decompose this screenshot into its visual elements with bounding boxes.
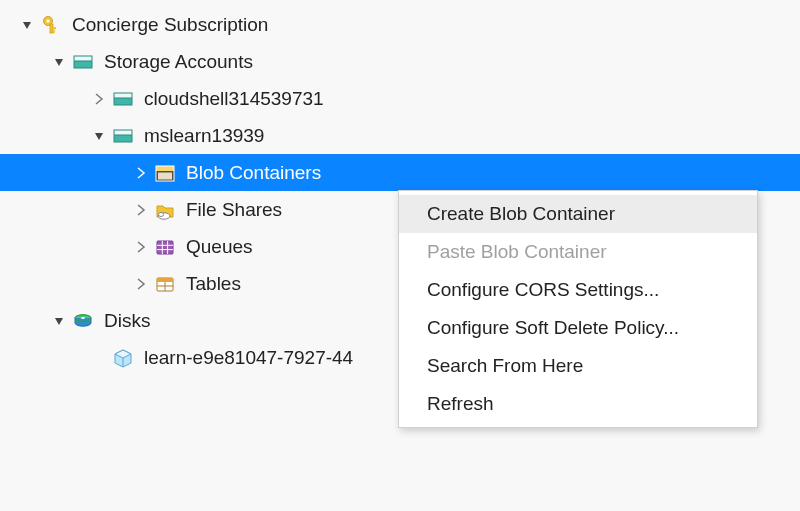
file-share-icon: [154, 199, 176, 221]
menu-paste-blob-container: Paste Blob Container: [399, 233, 757, 271]
expander-placeholder: [92, 351, 106, 365]
storage-icon: [112, 125, 134, 147]
storage-icon: [72, 51, 94, 73]
chevron-right-icon[interactable]: [134, 166, 148, 180]
tree-node-storage-account[interactable]: cloudshell314539731: [0, 80, 800, 117]
storage-accounts-label: Storage Accounts: [104, 51, 253, 73]
chevron-down-icon[interactable]: [92, 129, 106, 143]
menu-configure-cors[interactable]: Configure CORS Settings...: [399, 271, 757, 309]
chevron-right-icon[interactable]: [134, 203, 148, 217]
chevron-down-icon[interactable]: [20, 18, 34, 32]
storage-account-label: mslearn13939: [144, 125, 264, 147]
menu-search-from-here[interactable]: Search From Here: [399, 347, 757, 385]
menu-configure-soft-delete[interactable]: Configure Soft Delete Policy...: [399, 309, 757, 347]
tree-node-storage-account[interactable]: mslearn13939: [0, 117, 800, 154]
context-menu: Create Blob Container Paste Blob Contain…: [398, 190, 758, 428]
disks-icon: [72, 310, 94, 332]
chevron-right-icon[interactable]: [92, 92, 106, 106]
chevron-right-icon[interactable]: [134, 277, 148, 291]
menu-create-blob-container[interactable]: Create Blob Container: [399, 195, 757, 233]
tree-node-storage-accounts[interactable]: Storage Accounts: [0, 43, 800, 80]
disk-item-label: learn-e9e81047-7927-44: [144, 347, 353, 369]
storage-icon: [112, 88, 134, 110]
chevron-down-icon[interactable]: [52, 314, 66, 328]
cube-icon: [112, 347, 134, 369]
menu-refresh[interactable]: Refresh: [399, 385, 757, 423]
disks-label: Disks: [104, 310, 150, 332]
tree-node-blob-containers[interactable]: Blob Containers: [0, 154, 800, 191]
chevron-right-icon[interactable]: [134, 240, 148, 254]
tables-icon: [154, 273, 176, 295]
storage-account-label: cloudshell314539731: [144, 88, 324, 110]
chevron-down-icon[interactable]: [52, 55, 66, 69]
blob-container-icon: [154, 162, 176, 184]
key-icon: [40, 14, 62, 36]
tree-node-subscription[interactable]: Concierge Subscription: [0, 6, 800, 43]
queues-label: Queues: [186, 236, 253, 258]
queues-icon: [154, 236, 176, 258]
blob-containers-label: Blob Containers: [186, 162, 321, 184]
subscription-label: Concierge Subscription: [72, 14, 268, 36]
file-shares-label: File Shares: [186, 199, 282, 221]
tables-label: Tables: [186, 273, 241, 295]
